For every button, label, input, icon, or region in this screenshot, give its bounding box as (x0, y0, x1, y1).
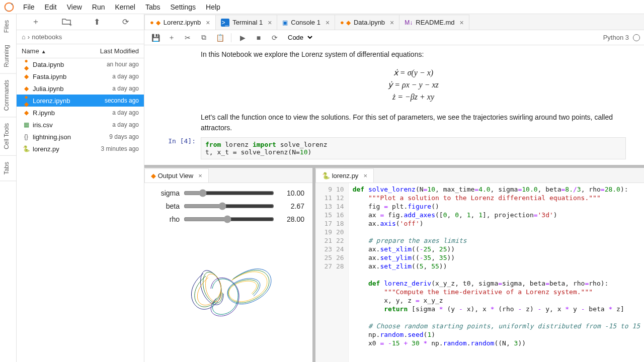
file-row[interactable]: ◆R.ipynba day ago (17, 107, 144, 119)
file-name: lightning.json (33, 133, 109, 141)
tab-lorenz-ipynb[interactable]: ●◆ Lorenz.ipynb× (144, 15, 216, 30)
file-name: Fasta.ipynb (33, 73, 112, 80)
svg-point-1 (12, 3, 13, 5)
output-view-tab[interactable]: ◆ Output View× (144, 168, 209, 183)
side-tab-commands[interactable]: Commands (0, 74, 16, 117)
new-launcher-icon[interactable]: ＋ (32, 17, 40, 27)
file-name: iris.csv (33, 121, 112, 129)
slider-input[interactable] (184, 202, 274, 210)
refresh-icon[interactable]: ⟳ (122, 17, 129, 27)
cell-prompt: In [4]: (152, 137, 201, 159)
file-name: Lorenz.ipynb (33, 97, 105, 105)
tab-readme-md[interactable]: M↓ README.md× (399, 15, 469, 30)
stop-icon[interactable]: ■ (252, 32, 266, 44)
code-cell[interactable]: In [4]: from lorenz import solve_lorenzt… (152, 137, 636, 159)
kernel-status-icon (633, 34, 640, 41)
file-time: a day ago (112, 109, 139, 116)
file-browser-toolbar: ＋ + ⬆ ⟳ (17, 14, 144, 30)
notebook-content: In this Notebook we explore the Lorenz s… (144, 45, 644, 165)
menu-tabs[interactable]: Tabs (140, 1, 166, 13)
add-cell-icon[interactable]: ＋ (165, 32, 179, 44)
copy-icon[interactable]: ⧉ (197, 32, 211, 44)
sort-asc-icon: ▲ (41, 49, 46, 54)
slider-value: 28.00 (277, 215, 304, 223)
close-icon[interactable]: × (390, 19, 394, 27)
tab-terminal-1[interactable]: >_ Terminal 1× (215, 15, 278, 30)
slider-value: 2.67 (277, 202, 304, 210)
file-row[interactable]: ● ◆Data.ipynban hour ago (17, 58, 144, 70)
side-tab-running[interactable]: Running (0, 39, 16, 74)
cell-type-select[interactable]: Code (284, 32, 314, 43)
nb-icon: ● ◆ (22, 94, 31, 108)
py-icon: 🐍 (22, 145, 31, 152)
menu-settings[interactable]: Settings (166, 1, 201, 13)
menu-edit[interactable]: Edit (40, 1, 62, 13)
slider-sigma: sigma10.00 (152, 189, 304, 197)
side-tab-cell-tools[interactable]: Cell Tools (0, 117, 16, 156)
menu-kernel[interactable]: Kernel (110, 1, 140, 13)
slider-beta: beta2.67 (152, 202, 304, 210)
breadcrumb-folder[interactable]: notebooks (32, 33, 62, 41)
col-name: Name▲ (22, 47, 100, 55)
file-name: lorenz.py (33, 145, 101, 153)
file-name: Data.ipynb (33, 61, 107, 68)
editor-panel: 🐍 lorenz.py× 9 10 11 12 13 14 15 16 17 1… (315, 168, 644, 362)
close-icon[interactable]: × (206, 19, 210, 27)
tab-data-ipynb[interactable]: ●◆ Data.ipynb× (335, 15, 399, 30)
file-row[interactable]: 🐍lorenz.py3 minutes ago (17, 143, 144, 155)
lorenz-attractor-plot (144, 238, 312, 329)
file-row[interactable]: ▦iris.csva day ago (17, 119, 144, 131)
file-time: 9 days ago (109, 133, 139, 140)
home-icon[interactable]: ⌂ (22, 33, 26, 41)
file-time: an hour ago (107, 61, 139, 68)
markdown-cell[interactable]: In this Notebook we explore the Lorenz s… (201, 49, 626, 133)
equations: ẋ = σ(y − x) ẏ = ρx − y − xz ż = −βz + x… (201, 67, 626, 103)
slider-input[interactable] (184, 215, 274, 223)
breadcrumb[interactable]: ⌂ › notebooks (17, 30, 144, 44)
menu-run[interactable]: Run (87, 1, 110, 13)
slider-label: beta (152, 202, 180, 210)
run-icon[interactable]: ▶ (235, 32, 250, 44)
nb-icon: ◆ (22, 85, 31, 92)
nb-icon: ◆ (22, 109, 31, 116)
new-folder-icon[interactable]: + (62, 18, 71, 27)
slider-widgets: sigma10.00beta2.67rho28.00 (144, 183, 312, 234)
paste-icon[interactable]: 📋 (213, 32, 227, 44)
file-name: Julia.ipynb (33, 85, 112, 93)
menu-view[interactable]: View (62, 1, 87, 13)
json-icon: {} (22, 133, 31, 140)
file-row[interactable]: ◆Julia.ipynba day ago (17, 82, 144, 95)
file-time: a day ago (112, 85, 139, 92)
close-icon[interactable]: × (198, 172, 202, 179)
close-icon[interactable]: × (460, 19, 464, 27)
close-icon[interactable]: × (326, 19, 330, 27)
side-tab-files[interactable]: Files (0, 14, 16, 39)
file-time: a day ago (112, 73, 139, 80)
main-tab-bar: ●◆ Lorenz.ipynb×>_ Terminal 1×▣ Console … (144, 14, 644, 30)
file-row[interactable]: {}lightning.json9 days ago (17, 131, 144, 143)
menu-file[interactable]: File (18, 1, 40, 13)
editor-tab[interactable]: 🐍 lorenz.py× (315, 168, 374, 183)
code-editor[interactable]: 9 10 11 12 13 14 15 16 17 18 19 20 21 22… (315, 183, 644, 362)
file-row[interactable]: ● ◆Lorenz.ipynbseconds ago (17, 95, 144, 107)
tab-console-1[interactable]: ▣ Console 1× (277, 15, 335, 30)
notebook-toolbar: 💾 ＋ ✂ ⧉ 📋 ▶ ■ ⟳ Code Python 3 (144, 30, 644, 45)
side-tab-tabs[interactable]: Tabs (0, 156, 16, 181)
upload-icon[interactable]: ⬆ (94, 17, 100, 27)
file-list-header[interactable]: Name▲ Last Modified (17, 44, 144, 58)
close-icon[interactable]: × (363, 172, 367, 179)
cut-icon[interactable]: ✂ (181, 32, 195, 44)
close-icon[interactable]: × (268, 19, 272, 27)
csv-icon: ▦ (22, 121, 31, 128)
kernel-indicator[interactable]: Python 3 (603, 34, 640, 41)
file-row[interactable]: ◆Fasta.ipynba day ago (17, 70, 144, 82)
nb-icon: ◆ (22, 73, 31, 80)
restart-icon[interactable]: ⟳ (268, 32, 282, 44)
slider-input[interactable] (184, 189, 274, 197)
slider-value: 10.00 (277, 189, 304, 197)
file-time: seconds ago (105, 97, 139, 104)
col-modified: Last Modified (100, 47, 139, 55)
save-icon[interactable]: 💾 (148, 32, 163, 44)
file-list: ● ◆Data.ipynban hour ago ◆Fasta.ipynba d… (17, 58, 144, 362)
menu-help[interactable]: Help (201, 1, 225, 13)
